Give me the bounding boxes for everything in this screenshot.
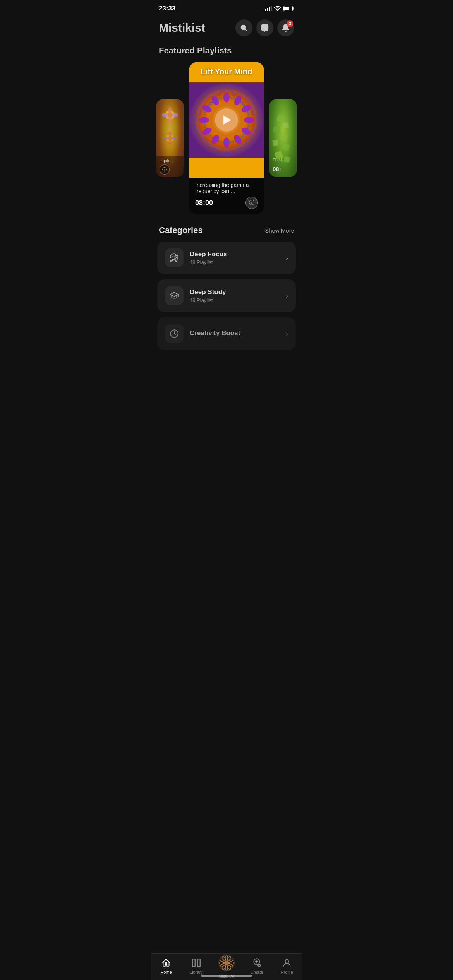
main-card-footer: 08:00 ⓘ xyxy=(195,197,258,209)
svg-rect-47 xyxy=(279,133,288,142)
deep-study-icon-wrap xyxy=(165,286,184,305)
main-card-title: Lift Your Mind xyxy=(189,67,264,76)
status-icons xyxy=(265,6,294,11)
svg-point-16 xyxy=(168,116,172,123)
categories-header: Categories Show More xyxy=(151,214,302,242)
svg-point-23 xyxy=(163,137,169,140)
main-card-info-button[interactable]: ⓘ xyxy=(245,197,258,209)
categories-section: Categories Show More Deep Focus 48 Playl… xyxy=(151,214,302,350)
category-card-creativity[interactable]: Creativity Boost › xyxy=(157,317,296,350)
svg-point-21 xyxy=(168,131,172,137)
featured-playlists-title: Featured Playlists xyxy=(151,42,302,62)
deep-study-chevron: › xyxy=(286,292,288,300)
deep-study-count: 49 Playlist xyxy=(190,297,280,303)
search-button[interactable] xyxy=(235,19,252,36)
graduation-icon xyxy=(169,291,179,301)
chat-button[interactable] xyxy=(256,19,273,36)
svg-rect-48 xyxy=(272,140,278,146)
left-card-label: ...gati... xyxy=(160,159,180,163)
search-icon xyxy=(240,24,248,32)
right-card-time: 08: xyxy=(273,166,281,172)
main-card-duration: 08:00 xyxy=(195,199,213,207)
creativity-name: Creativity Boost xyxy=(190,329,280,337)
deep-study-name: Deep Study xyxy=(190,288,280,296)
deep-study-info: Deep Study 49 Playlist xyxy=(190,288,280,303)
deep-focus-icon-wrap xyxy=(165,248,184,267)
creativity-info: Creativity Boost xyxy=(190,329,280,338)
notifications-button[interactable]: 3 xyxy=(277,19,294,36)
featured-carousel: ...gati... ⓘ xyxy=(151,62,302,214)
status-time: 23:33 xyxy=(159,5,175,12)
main-card-description: Increasing the gamma frequency can ... xyxy=(195,182,258,194)
svg-rect-0 xyxy=(265,9,266,11)
category-card-deep-focus[interactable]: Deep Focus 48 Playlist › xyxy=(157,242,296,274)
featured-playlists-section: Featured Playlists ...gati... xyxy=(151,42,302,214)
flowers-decoration xyxy=(158,103,182,161)
play-triangle-icon xyxy=(223,115,231,125)
svg-point-24 xyxy=(171,137,177,140)
status-bar: 23:33 xyxy=(151,0,302,15)
svg-rect-1 xyxy=(267,8,268,11)
deep-focus-chevron: › xyxy=(286,254,288,262)
header: Mistikist 3 xyxy=(151,15,302,42)
signal-icon xyxy=(265,6,272,11)
deep-focus-name: Deep Focus xyxy=(190,250,280,258)
svg-rect-49 xyxy=(282,143,290,151)
star-icon xyxy=(169,329,179,339)
svg-line-8 xyxy=(245,29,247,31)
notification-badge: 3 xyxy=(287,20,293,27)
deep-focus-count: 48 Playlist xyxy=(190,259,280,265)
svg-rect-45 xyxy=(282,122,289,128)
svg-rect-3 xyxy=(271,6,272,11)
app-title: Mistikist xyxy=(159,21,205,34)
right-card-label: The l... xyxy=(273,158,286,162)
battery-icon xyxy=(283,6,294,11)
carousel-right-card[interactable]: The l... 08: xyxy=(269,99,297,177)
wifi-icon xyxy=(274,6,281,11)
deep-focus-info: Deep Focus 48 Playlist xyxy=(190,250,280,265)
show-more-button[interactable]: Show More xyxy=(265,227,294,234)
categories-title: Categories xyxy=(159,225,203,235)
svg-point-18 xyxy=(171,113,178,117)
svg-point-10 xyxy=(264,27,266,28)
creativity-icon-wrap xyxy=(165,324,184,343)
svg-rect-44 xyxy=(276,114,285,123)
creativity-chevron: › xyxy=(286,330,288,338)
left-card-info-btn[interactable]: ⓘ xyxy=(160,164,170,175)
main-card-overlay: Increasing the gamma frequency can ... 0… xyxy=(189,178,264,214)
svg-rect-2 xyxy=(269,7,270,11)
leaf-icon xyxy=(169,253,179,263)
category-card-deep-study[interactable]: Deep Study 49 Playlist › xyxy=(157,279,296,312)
chat-icon xyxy=(261,24,269,32)
carousel-left-card[interactable]: ...gati... ⓘ xyxy=(156,99,184,177)
svg-rect-46 xyxy=(273,126,280,134)
main-card-visual: Lift Your Mind xyxy=(189,62,264,178)
svg-rect-6 xyxy=(284,7,289,10)
play-button[interactable] xyxy=(215,108,238,132)
svg-point-15 xyxy=(168,107,172,114)
carousel-main-card[interactable]: Lift Your Mind Increasing the gamma freq… xyxy=(189,62,264,214)
svg-rect-5 xyxy=(293,7,294,10)
svg-point-17 xyxy=(162,113,169,117)
header-actions: 3 xyxy=(235,19,294,36)
svg-point-22 xyxy=(168,139,172,145)
left-card-overlay: ...gati... ⓘ xyxy=(156,156,184,177)
